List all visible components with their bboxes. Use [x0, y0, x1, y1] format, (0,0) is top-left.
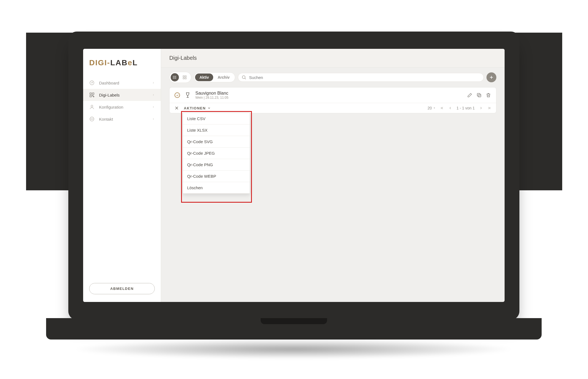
- dd-item-qr-jpeg[interactable]: Qr-Code JPEG: [183, 148, 250, 159]
- logo-part-e: e: [128, 58, 133, 67]
- svg-rect-3: [92, 93, 94, 95]
- screen: DIGI-LABeL Dashboard Digi-Labels: [83, 49, 505, 302]
- tab-aktiv[interactable]: Aktiv: [195, 73, 213, 81]
- aktionen-dropdown: Liste CSV Liste XLSX Qr-Code SVG Qr-Code…: [183, 113, 250, 194]
- copy-icon[interactable]: [476, 92, 482, 98]
- laptop-base: [46, 318, 542, 340]
- sidebar-nav: Dashboard Digi-Labels: [83, 77, 161, 125]
- logout-label: ABMELDEN: [110, 287, 134, 291]
- svg-point-10: [92, 119, 92, 119]
- add-button[interactable]: [486, 72, 496, 82]
- aktionen-label: AKTIONEN: [184, 106, 206, 110]
- sidebar-item-digi-labels[interactable]: Digi-Labels: [83, 89, 161, 101]
- caret-down-icon: [433, 107, 436, 109]
- logo-part-l: L: [133, 58, 138, 67]
- svg-point-11: [93, 119, 93, 119]
- laptop-notch: [261, 318, 327, 324]
- user-icon: [89, 104, 95, 110]
- sidebar-item-label: Digi-Labels: [99, 93, 120, 97]
- logout-button[interactable]: ABMELDEN: [89, 283, 155, 294]
- svg-point-7: [91, 105, 93, 107]
- svg-point-16: [173, 77, 173, 77]
- svg-rect-4: [90, 95, 92, 97]
- sidebar-item-label: Konfiguration: [99, 105, 123, 109]
- logo-part-lab: LAB: [110, 58, 128, 67]
- tab-archiv[interactable]: Archiv: [213, 73, 234, 81]
- trash-icon[interactable]: [486, 92, 491, 98]
- page-size-select[interactable]: 20: [427, 106, 436, 110]
- sidebar-spacer: [83, 125, 161, 283]
- row-actions: [467, 92, 491, 98]
- edit-icon[interactable]: [467, 92, 472, 98]
- item-text: Sauvignon Blanc Wein | 29.11.23, 11:05: [195, 91, 228, 100]
- dd-item-qr-png[interactable]: Qr-Code PNG: [183, 159, 250, 171]
- sidebar-item-label: Kontakt: [99, 117, 113, 121]
- dd-item-liste-xlsx[interactable]: Liste XLSX: [183, 125, 250, 136]
- page-next-icon[interactable]: [479, 106, 483, 110]
- svg-point-9: [91, 119, 91, 119]
- chevron-right-icon: [152, 106, 155, 108]
- dd-item-qr-webp[interactable]: Qr-Code WEBP: [183, 171, 250, 182]
- laptop-shadow: [71, 340, 516, 359]
- svg-rect-6: [93, 96, 94, 97]
- svg-rect-5: [92, 95, 93, 96]
- chevron-right-icon: [152, 94, 155, 96]
- svg-point-15: [173, 76, 173, 76]
- gauge-icon: [89, 80, 95, 86]
- logo-sep: -: [107, 58, 110, 67]
- svg-rect-18: [183, 76, 184, 77]
- pagination: 20 1 - 1 von 1: [427, 106, 491, 110]
- svg-line-23: [245, 78, 246, 79]
- search-field[interactable]: [238, 73, 484, 82]
- item-card: Sauvignon Blanc Wein | 29.11.23, 11:05: [169, 87, 496, 113]
- chevron-right-icon: [152, 81, 155, 84]
- page-last-icon[interactable]: [487, 106, 491, 110]
- svg-rect-20: [183, 78, 184, 79]
- search-input[interactable]: [249, 75, 480, 80]
- qr-icon: [89, 92, 95, 98]
- sidebar-item-label: Dashboard: [99, 81, 119, 85]
- chat-icon: [89, 116, 95, 122]
- chevron-down-icon: [207, 106, 211, 110]
- search-icon: [241, 75, 246, 80]
- list-view-button[interactable]: [171, 73, 179, 81]
- svg-rect-28: [478, 94, 481, 97]
- svg-point-22: [242, 76, 245, 79]
- wine-glass-icon: [184, 92, 191, 98]
- svg-point-1: [92, 83, 92, 83]
- list-item[interactable]: Sauvignon Blanc Wein | 29.11.23, 11:05: [170, 87, 496, 103]
- view-switch: [169, 72, 191, 83]
- status-check-icon: [175, 92, 180, 98]
- svg-rect-2: [90, 93, 92, 95]
- logo-part-digi: DIGI: [89, 58, 107, 67]
- sidebar-item-dashboard[interactable]: Dashboard: [83, 77, 161, 89]
- laptop-frame: DIGI-LABeL Dashboard Digi-Labels: [68, 32, 519, 320]
- page-info: 1 - 1 von 1: [457, 106, 475, 110]
- dd-item-loeschen[interactable]: Löschen: [183, 182, 250, 193]
- main: Digi-Labels Aktiv Archiv: [161, 49, 505, 302]
- item-subtitle: Wein | 29.11.23, 11:05: [195, 96, 228, 100]
- page-size-value: 20: [427, 106, 432, 110]
- page-first-icon[interactable]: [440, 106, 444, 110]
- svg-rect-21: [185, 78, 186, 79]
- close-icon[interactable]: [175, 106, 179, 110]
- svg-rect-19: [185, 76, 186, 77]
- page-title: Digi-Labels: [161, 49, 505, 67]
- svg-point-17: [173, 78, 173, 78]
- toolbar: Aktiv Archiv: [161, 67, 505, 87]
- item-title: Sauvignon Blanc: [195, 91, 228, 96]
- sidebar-item-kontakt[interactable]: Kontakt: [83, 113, 161, 125]
- status-filter: Aktiv Archiv: [194, 72, 235, 82]
- aktionen-button[interactable]: AKTIONEN: [184, 106, 211, 110]
- grid-view-button[interactable]: [181, 73, 189, 81]
- svg-rect-29: [477, 93, 480, 96]
- chevron-right-icon: [152, 118, 155, 120]
- dd-item-liste-csv[interactable]: Liste CSV: [183, 113, 250, 125]
- card-footer: AKTIONEN 20 1 -: [170, 103, 496, 113]
- sidebar: DIGI-LABeL Dashboard Digi-Labels: [83, 49, 161, 302]
- logo: DIGI-LABeL: [83, 49, 161, 74]
- sidebar-item-konfiguration[interactable]: Konfiguration: [83, 101, 161, 113]
- dd-item-qr-svg[interactable]: Qr-Code SVG: [183, 136, 250, 148]
- page-prev-icon[interactable]: [448, 106, 452, 110]
